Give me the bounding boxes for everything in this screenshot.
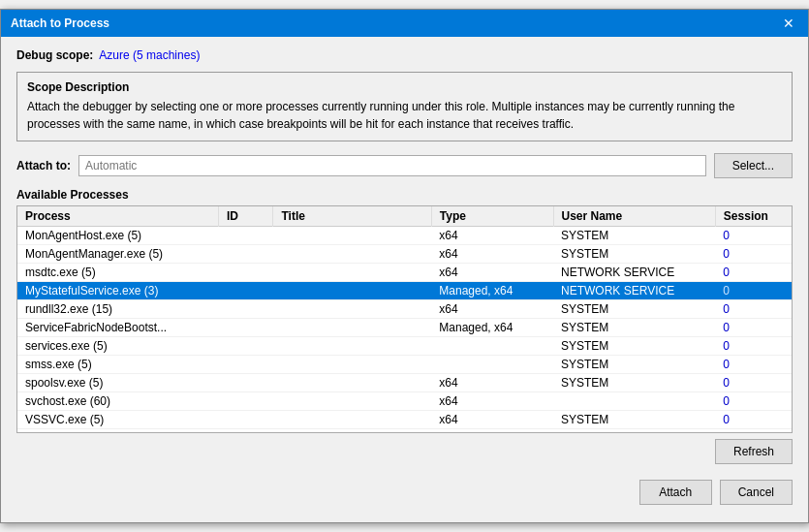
scope-description-title: Scope Description	[27, 80, 782, 94]
scope-description-text: Attach the debugger by selecting one or …	[27, 98, 782, 133]
close-button[interactable]: ✕	[779, 16, 798, 31]
debug-scope-value: Azure (5 machines)	[99, 48, 200, 62]
cell-username: NETWORK SERVICE	[553, 282, 715, 300]
table-row[interactable]: MonAgentHost.exe (5) x64 SYSTEM 0	[17, 227, 792, 245]
cell-title	[273, 392, 431, 411]
cancel-button[interactable]: Cancel	[720, 480, 793, 505]
table-row[interactable]: rundll32.exe (15) x64 SYSTEM 0	[17, 300, 792, 319]
cell-id	[218, 337, 273, 356]
cell-id	[218, 411, 273, 429]
table-row[interactable]: WaAppAgent.exe (5) Managed, x64 SYSTEM 0	[17, 429, 792, 434]
cell-session: 0	[715, 429, 792, 434]
cell-title	[273, 300, 431, 319]
cell-process: rundll32.exe (15)	[17, 300, 218, 319]
cell-process: MonAgentManager.exe (5)	[17, 245, 218, 264]
available-processes-label: Available Processes	[16, 188, 793, 202]
cell-username: SYSTEM	[553, 374, 715, 392]
cell-id	[218, 356, 273, 374]
table-header-row: Process ID Title Type User Name Session	[17, 206, 792, 227]
cell-type: x64	[431, 264, 553, 282]
cell-type	[431, 337, 553, 356]
cell-username: SYSTEM	[553, 337, 715, 356]
cell-session: 0	[715, 411, 792, 429]
cell-type: Managed, x64	[431, 282, 553, 300]
table-row[interactable]: msdtc.exe (5) x64 NETWORK SERVICE 0	[17, 264, 792, 282]
cell-type: x64	[431, 392, 553, 411]
cell-process: ServiceFabricNodeBootst...	[17, 319, 218, 337]
cell-title	[273, 319, 431, 337]
attach-to-row: Attach to: Select...	[16, 153, 793, 178]
cell-username: NETWORK SERVICE	[553, 264, 715, 282]
cell-id	[218, 429, 273, 434]
cell-title	[273, 227, 431, 245]
cell-process: WaAppAgent.exe (5)	[17, 429, 218, 434]
cell-session: 0	[715, 319, 792, 337]
table-row[interactable]: MonAgentManager.exe (5) x64 SYSTEM 0	[17, 245, 792, 264]
cell-process: smss.exe (5)	[17, 356, 218, 374]
select-button[interactable]: Select...	[714, 153, 793, 178]
cell-username: SYSTEM	[553, 429, 715, 434]
cell-session: 0	[715, 300, 792, 319]
table-row[interactable]: ServiceFabricNodeBootst... Managed, x64 …	[17, 319, 792, 337]
cell-session: 0	[715, 282, 792, 300]
cell-process: msdtc.exe (5)	[17, 264, 218, 282]
table-row[interactable]: MyStatefulService.exe (3) Managed, x64 N…	[17, 282, 792, 300]
attach-to-input[interactable]	[78, 155, 706, 176]
title-bar: Attach to Process ✕	[1, 10, 808, 37]
cell-title	[273, 429, 431, 434]
cell-username	[553, 392, 715, 411]
cell-username: SYSTEM	[553, 319, 715, 337]
cell-id	[218, 282, 273, 300]
cell-id	[218, 264, 273, 282]
cell-title	[273, 356, 431, 374]
cell-id	[218, 374, 273, 392]
cell-id	[218, 319, 273, 337]
table-row[interactable]: svchost.exe (60) x64 0	[17, 392, 792, 411]
col-header-session: Session	[715, 206, 792, 227]
cell-title	[273, 411, 431, 429]
cell-username: SYSTEM	[553, 356, 715, 374]
process-table: Process ID Title Type User Name Session …	[17, 206, 792, 433]
cell-session: 0	[715, 245, 792, 264]
debug-scope-row: Debug scope: Azure (5 machines)	[16, 48, 793, 62]
cell-process: spoolsv.exe (5)	[17, 374, 218, 392]
cell-type: x64	[431, 245, 553, 264]
attach-to-process-dialog: Attach to Process ✕ Debug scope: Azure (…	[0, 9, 809, 523]
table-row[interactable]: VSSVC.exe (5) x64 SYSTEM 0	[17, 411, 792, 429]
cell-session: 0	[715, 264, 792, 282]
col-header-process: Process	[17, 206, 218, 227]
process-table-container: Process ID Title Type User Name Session …	[16, 205, 793, 433]
cell-title	[273, 374, 431, 392]
cell-username: SYSTEM	[553, 227, 715, 245]
col-header-type: Type	[431, 206, 553, 227]
cell-title	[273, 264, 431, 282]
attach-to-label: Attach to:	[16, 159, 71, 172]
cell-process: svchost.exe (60)	[17, 392, 218, 411]
cell-process: MonAgentHost.exe (5)	[17, 227, 218, 245]
table-row[interactable]: spoolsv.exe (5) x64 SYSTEM 0	[17, 374, 792, 392]
debug-scope-label: Debug scope:	[16, 48, 93, 62]
col-header-id: ID	[218, 206, 273, 227]
cell-title	[273, 245, 431, 264]
cell-session: 0	[715, 374, 792, 392]
cell-session: 0	[715, 227, 792, 245]
table-row[interactable]: smss.exe (5) SYSTEM 0	[17, 356, 792, 374]
cell-process: MyStatefulService.exe (3)	[17, 282, 218, 300]
cell-title	[273, 282, 431, 300]
attach-button[interactable]: Attach	[639, 480, 712, 505]
cell-type: x64	[431, 300, 553, 319]
cell-id	[218, 392, 273, 411]
col-header-username: User Name	[553, 206, 715, 227]
table-row[interactable]: services.exe (5) SYSTEM 0	[17, 337, 792, 356]
bottom-buttons: Attach Cancel	[16, 474, 793, 511]
refresh-row: Refresh	[16, 439, 793, 464]
cell-id	[218, 245, 273, 264]
col-header-title: Title	[273, 206, 431, 227]
cell-type: x64	[431, 411, 553, 429]
dialog-title: Attach to Process	[11, 16, 109, 30]
cell-process: services.exe (5)	[17, 337, 218, 356]
cell-process: VSSVC.exe (5)	[17, 411, 218, 429]
cell-id	[218, 300, 273, 319]
scope-description-group: Scope Description Attach the debugger by…	[16, 72, 793, 141]
refresh-button[interactable]: Refresh	[715, 439, 793, 464]
